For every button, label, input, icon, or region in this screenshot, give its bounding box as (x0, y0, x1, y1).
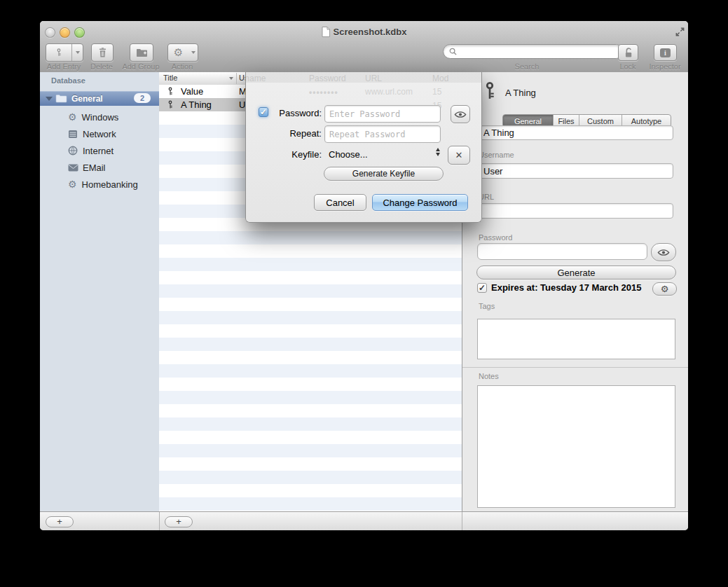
username-field[interactable] (479, 163, 673, 179)
chevron-down-icon (191, 51, 195, 54)
delete-label: Delete (81, 62, 123, 71)
lock-open-icon (624, 47, 633, 58)
app-window: Screenshot.kdbx Add Entry Delete (40, 21, 688, 530)
lock-button[interactable] (618, 44, 638, 61)
keyfile-popup[interactable]: Choose... (329, 149, 368, 160)
ghost-column-username: Username (245, 74, 266, 83)
window-title: Screenshot.kdbx (334, 27, 407, 37)
key-icon (166, 99, 174, 110)
show-password-button[interactable] (651, 243, 676, 261)
url-field[interactable] (479, 203, 673, 219)
tags-field[interactable] (477, 319, 675, 359)
check-icon: ✓ (260, 109, 267, 116)
info-icon: i (660, 48, 671, 57)
sheet-repeat-input[interactable] (324, 125, 441, 143)
action-button[interactable]: ⚙ (167, 43, 198, 62)
toolbar: Add Entry Delete Add Group ⚙ Action (40, 42, 688, 73)
sidebar: Database General 2 ⚙ Windows Network Int… (40, 72, 160, 511)
ghost-password-dots: •••••••• (309, 88, 338, 97)
search-label: Search (506, 62, 548, 71)
clear-keyfile-button[interactable]: ✕ (448, 146, 470, 165)
gear-icon: ⚙ (68, 179, 77, 189)
stepper-icon[interactable] (436, 148, 440, 156)
change-password-button[interactable]: Change Password (372, 194, 468, 211)
sidebar-item-label: Homebanking (82, 179, 138, 190)
expires-checkbox[interactable]: ✓ (477, 283, 487, 293)
fullscreen-icon[interactable] (675, 27, 685, 37)
password-enabled-checkbox[interactable]: ✓ (259, 107, 268, 117)
delete-button[interactable] (91, 43, 114, 62)
tags-label: Tags (479, 302, 495, 310)
search-field[interactable] (443, 44, 624, 59)
cancel-button[interactable]: Cancel (314, 194, 366, 211)
password-field[interactable] (477, 243, 647, 260)
notes-label: Notes (479, 372, 499, 380)
disclosure-triangle-icon[interactable] (46, 97, 53, 101)
search-input[interactable] (460, 46, 617, 57)
bottom-bar: + + (40, 511, 688, 530)
sidebar-item-label: EMail (83, 163, 106, 173)
inspector-button[interactable]: i (654, 44, 677, 61)
server-icon (68, 130, 78, 139)
username-label: Username (479, 151, 514, 159)
inspector-panel: A Thing General Files Custom Autotype Us… (462, 72, 688, 511)
search-icon (449, 48, 457, 55)
ghost-column-url: URL (365, 74, 382, 83)
ghost-modified-value: 15 (432, 87, 441, 97)
add-group-label: Add Group (120, 62, 162, 71)
eye-icon (454, 111, 467, 118)
gear-icon: ⚙ (661, 284, 669, 294)
sidebar-item-homebanking[interactable]: ⚙ Homebanking (40, 177, 159, 191)
password-label: Password (479, 233, 512, 242)
key-icon (481, 77, 499, 105)
check-icon: ✓ (479, 284, 486, 291)
ghost-column-password: Password (309, 74, 346, 83)
generate-keyfile-button[interactable]: Generate Keyfile (324, 167, 444, 181)
column-header-title[interactable]: Title (163, 74, 177, 82)
add-group-bottom-button[interactable]: + (46, 516, 74, 527)
sidebar-item-email[interactable]: EMail (40, 160, 159, 174)
sidebar-item-network[interactable]: Network (40, 127, 159, 141)
gear-icon: ⚙ (174, 48, 183, 58)
sheet-password-label: Password: (271, 108, 322, 118)
sidebar-item-label: Windows (82, 112, 119, 123)
ghost-url-value: www.url.com (365, 87, 413, 97)
title-field[interactable] (479, 125, 673, 140)
chevron-down-icon (76, 51, 80, 54)
expires-settings-button[interactable]: ⚙ (652, 282, 677, 296)
entry-title: Value (181, 86, 203, 97)
envelope-icon (68, 164, 78, 172)
sidebar-item-label: Network (83, 129, 116, 139)
generate-password-button[interactable]: Generate (476, 265, 676, 279)
group-count-badge: 2 (134, 93, 151, 103)
lock-label: Lock (609, 62, 647, 71)
sheet-password-input[interactable] (324, 105, 441, 123)
sidebar-group-general[interactable]: General 2 (40, 91, 159, 106)
title-bar: Screenshot.kdbx (40, 21, 688, 42)
divider (462, 512, 462, 530)
entry-title: A Thing (181, 99, 212, 110)
add-entry-button[interactable] (46, 43, 83, 62)
inspector-label: Inspector (645, 62, 685, 71)
folder-plus-icon (136, 48, 148, 57)
ghost-column-modified: Mod (432, 74, 448, 83)
gear-icon: ⚙ (68, 112, 77, 122)
sheet-repeat-label: Repeat: (271, 128, 322, 139)
add-group-button[interactable] (130, 43, 153, 62)
sidebar-item-windows[interactable]: ⚙ Windows (40, 110, 159, 124)
expires-label: Expires at: Tuesday 17 March 2015 (491, 282, 641, 293)
column-divider[interactable] (236, 73, 237, 84)
globe-icon (68, 146, 78, 156)
sheet-keyfile-label: Keyfile: (271, 149, 322, 160)
desktop: Screenshot.kdbx Add Entry Delete (0, 0, 728, 587)
add-entry-label: Add Entry (46, 62, 82, 71)
inspector-entry-title: A Thing (505, 88, 536, 98)
window-title-area: Screenshot.kdbx (40, 21, 688, 42)
sidebar-group-label: General (71, 94, 103, 104)
divider (159, 512, 160, 530)
add-entry-bottom-button[interactable]: + (165, 516, 193, 527)
sidebar-item-internet[interactable]: Internet (40, 144, 159, 158)
sort-indicator-icon (229, 77, 233, 80)
sheet-show-password-button[interactable] (451, 105, 470, 123)
notes-field[interactable] (477, 385, 675, 508)
